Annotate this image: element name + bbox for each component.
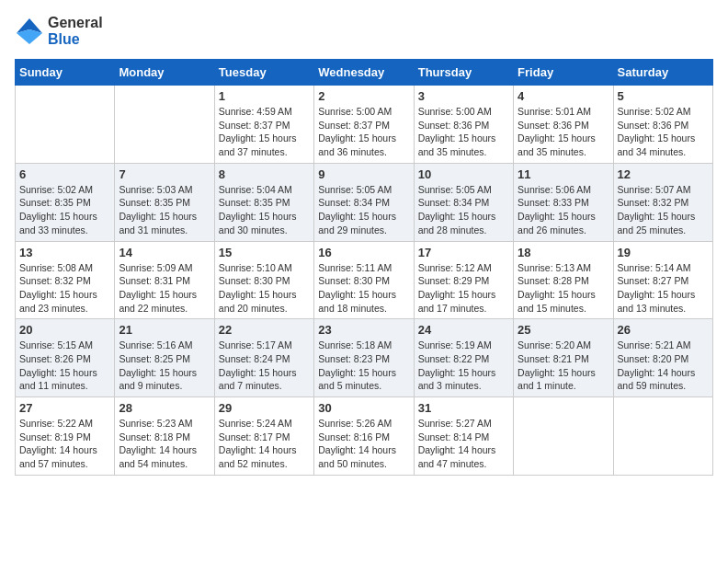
calendar-day-cell: 9Sunrise: 5:05 AM Sunset: 8:34 PM Daylig…: [314, 163, 414, 241]
calendar-day-cell: 17Sunrise: 5:12 AM Sunset: 8:29 PM Dayli…: [414, 241, 513, 319]
day-info: Sunrise: 5:05 AM Sunset: 8:34 PM Dayligh…: [418, 183, 509, 237]
calendar-header-row: SundayMondayTuesdayWednesdayThursdayFrid…: [16, 60, 713, 86]
day-info: Sunrise: 5:26 AM Sunset: 8:16 PM Dayligh…: [318, 417, 409, 471]
day-info: Sunrise: 5:20 AM Sunset: 8:21 PM Dayligh…: [518, 339, 609, 393]
day-info: Sunrise: 5:04 AM Sunset: 8:35 PM Dayligh…: [219, 183, 310, 237]
day-info: Sunrise: 5:18 AM Sunset: 8:23 PM Dayligh…: [318, 339, 409, 393]
calendar-day-cell: 30Sunrise: 5:26 AM Sunset: 8:16 PM Dayli…: [314, 397, 414, 476]
day-number: 16: [318, 246, 409, 259]
weekday-header: Thursday: [414, 60, 513, 86]
day-info: Sunrise: 5:24 AM Sunset: 8:17 PM Dayligh…: [219, 417, 310, 471]
day-number: 11: [518, 167, 609, 181]
calendar-week-row: 1Sunrise: 4:59 AM Sunset: 8:37 PM Daylig…: [16, 86, 713, 164]
weekday-header: Monday: [115, 60, 214, 86]
calendar-day-cell: 20Sunrise: 5:15 AM Sunset: 8:26 PM Dayli…: [16, 319, 115, 397]
calendar-day-cell: 12Sunrise: 5:07 AM Sunset: 8:32 PM Dayli…: [613, 163, 712, 241]
calendar-day-cell: 15Sunrise: 5:10 AM Sunset: 8:30 PM Dayli…: [214, 241, 313, 319]
calendar-day-cell: 13Sunrise: 5:08 AM Sunset: 8:32 PM Dayli…: [16, 241, 115, 319]
day-number: 7: [119, 167, 210, 181]
calendar-day-cell: 10Sunrise: 5:05 AM Sunset: 8:34 PM Dayli…: [414, 163, 513, 241]
day-number: 12: [618, 167, 709, 181]
day-number: 1: [219, 89, 310, 103]
day-number: 13: [19, 246, 110, 259]
calendar-day-cell: 3Sunrise: 5:00 AM Sunset: 8:36 PM Daylig…: [414, 86, 513, 164]
day-number: 4: [518, 89, 609, 103]
day-info: Sunrise: 5:05 AM Sunset: 8:34 PM Dayligh…: [318, 183, 409, 237]
day-info: Sunrise: 5:10 AM Sunset: 8:30 PM Dayligh…: [219, 261, 310, 316]
day-info: Sunrise: 5:00 AM Sunset: 8:36 PM Dayligh…: [418, 105, 509, 159]
day-number: 3: [418, 89, 509, 103]
weekday-header: Saturday: [613, 60, 712, 86]
calendar-day-cell: 7Sunrise: 5:03 AM Sunset: 8:35 PM Daylig…: [115, 163, 214, 241]
day-number: 26: [618, 323, 709, 337]
calendar-day-cell: 31Sunrise: 5:27 AM Sunset: 8:14 PM Dayli…: [414, 397, 513, 476]
day-number: 5: [618, 89, 709, 103]
day-number: 23: [318, 323, 409, 337]
calendar-day-cell: [16, 86, 115, 164]
day-number: 9: [318, 167, 409, 181]
calendar-day-cell: 16Sunrise: 5:11 AM Sunset: 8:30 PM Dayli…: [314, 241, 414, 319]
day-info: Sunrise: 5:11 AM Sunset: 8:30 PM Dayligh…: [318, 261, 409, 316]
calendar-day-cell: 6Sunrise: 5:02 AM Sunset: 8:35 PM Daylig…: [16, 163, 115, 241]
day-info: Sunrise: 5:15 AM Sunset: 8:26 PM Dayligh…: [19, 339, 110, 393]
day-info: Sunrise: 5:13 AM Sunset: 8:28 PM Dayligh…: [518, 261, 609, 316]
day-number: 21: [119, 323, 210, 337]
calendar-day-cell: 14Sunrise: 5:09 AM Sunset: 8:31 PM Dayli…: [115, 241, 214, 319]
weekday-header: Tuesday: [214, 60, 313, 86]
day-number: 2: [318, 89, 409, 103]
day-info: Sunrise: 5:16 AM Sunset: 8:25 PM Dayligh…: [119, 339, 210, 393]
weekday-header: Wednesday: [314, 60, 414, 86]
calendar-week-row: 6Sunrise: 5:02 AM Sunset: 8:35 PM Daylig…: [16, 163, 713, 241]
calendar-day-cell: 26Sunrise: 5:21 AM Sunset: 8:20 PM Dayli…: [613, 319, 712, 397]
day-info: Sunrise: 5:14 AM Sunset: 8:27 PM Dayligh…: [618, 261, 709, 316]
day-number: 30: [318, 401, 409, 415]
day-info: Sunrise: 5:01 AM Sunset: 8:36 PM Dayligh…: [518, 105, 609, 159]
calendar-day-cell: 29Sunrise: 5:24 AM Sunset: 8:17 PM Dayli…: [214, 397, 313, 476]
day-number: 17: [418, 246, 509, 259]
day-info: Sunrise: 5:06 AM Sunset: 8:33 PM Dayligh…: [518, 183, 609, 237]
calendar-week-row: 13Sunrise: 5:08 AM Sunset: 8:32 PM Dayli…: [16, 241, 713, 319]
day-number: 15: [219, 246, 310, 259]
day-number: 22: [219, 323, 310, 337]
day-info: Sunrise: 5:03 AM Sunset: 8:35 PM Dayligh…: [119, 183, 210, 237]
calendar-day-cell: 8Sunrise: 5:04 AM Sunset: 8:35 PM Daylig…: [214, 163, 313, 241]
day-info: Sunrise: 5:09 AM Sunset: 8:31 PM Dayligh…: [119, 261, 210, 316]
weekday-header: Sunday: [16, 60, 115, 86]
day-info: Sunrise: 5:02 AM Sunset: 8:36 PM Dayligh…: [618, 105, 709, 159]
calendar-day-cell: 1Sunrise: 4:59 AM Sunset: 8:37 PM Daylig…: [214, 86, 313, 164]
calendar-week-row: 27Sunrise: 5:22 AM Sunset: 8:19 PM Dayli…: [16, 397, 713, 476]
day-number: 18: [518, 246, 609, 259]
logo-general: General: [48, 15, 103, 30]
day-info: Sunrise: 5:22 AM Sunset: 8:19 PM Dayligh…: [19, 417, 110, 471]
weekday-header: Friday: [514, 60, 613, 86]
day-number: 19: [618, 246, 709, 259]
calendar-week-row: 20Sunrise: 5:15 AM Sunset: 8:26 PM Dayli…: [16, 319, 713, 397]
day-info: Sunrise: 5:08 AM Sunset: 8:32 PM Dayligh…: [19, 261, 110, 316]
calendar-day-cell: 21Sunrise: 5:16 AM Sunset: 8:25 PM Dayli…: [115, 319, 214, 397]
logo-icon: [15, 17, 44, 46]
day-number: 20: [19, 323, 110, 337]
calendar-day-cell: 19Sunrise: 5:14 AM Sunset: 8:27 PM Dayli…: [613, 241, 712, 319]
page-header: General Blue: [15, 15, 713, 48]
day-info: Sunrise: 5:00 AM Sunset: 8:37 PM Dayligh…: [318, 105, 409, 159]
day-number: 24: [418, 323, 509, 337]
calendar-day-cell: [514, 397, 613, 476]
day-number: 27: [19, 401, 110, 415]
calendar-day-cell: 28Sunrise: 5:23 AM Sunset: 8:18 PM Dayli…: [115, 397, 214, 476]
day-number: 8: [219, 167, 310, 181]
day-number: 31: [418, 401, 509, 415]
day-info: Sunrise: 5:23 AM Sunset: 8:18 PM Dayligh…: [119, 417, 210, 471]
day-info: Sunrise: 5:02 AM Sunset: 8:35 PM Dayligh…: [19, 183, 110, 237]
calendar-day-cell: 24Sunrise: 5:19 AM Sunset: 8:22 PM Dayli…: [414, 319, 513, 397]
logo: General Blue: [15, 15, 103, 48]
day-info: Sunrise: 5:17 AM Sunset: 8:24 PM Dayligh…: [219, 339, 310, 393]
day-info: Sunrise: 5:07 AM Sunset: 8:32 PM Dayligh…: [618, 183, 709, 237]
calendar-day-cell: 11Sunrise: 5:06 AM Sunset: 8:33 PM Dayli…: [514, 163, 613, 241]
day-number: 25: [518, 323, 609, 337]
day-number: 14: [119, 246, 210, 259]
calendar-day-cell: 23Sunrise: 5:18 AM Sunset: 8:23 PM Dayli…: [314, 319, 414, 397]
calendar-day-cell: 27Sunrise: 5:22 AM Sunset: 8:19 PM Dayli…: [16, 397, 115, 476]
calendar-day-cell: 25Sunrise: 5:20 AM Sunset: 8:21 PM Dayli…: [514, 319, 613, 397]
day-number: 6: [19, 167, 110, 181]
calendar-day-cell: [613, 397, 712, 476]
